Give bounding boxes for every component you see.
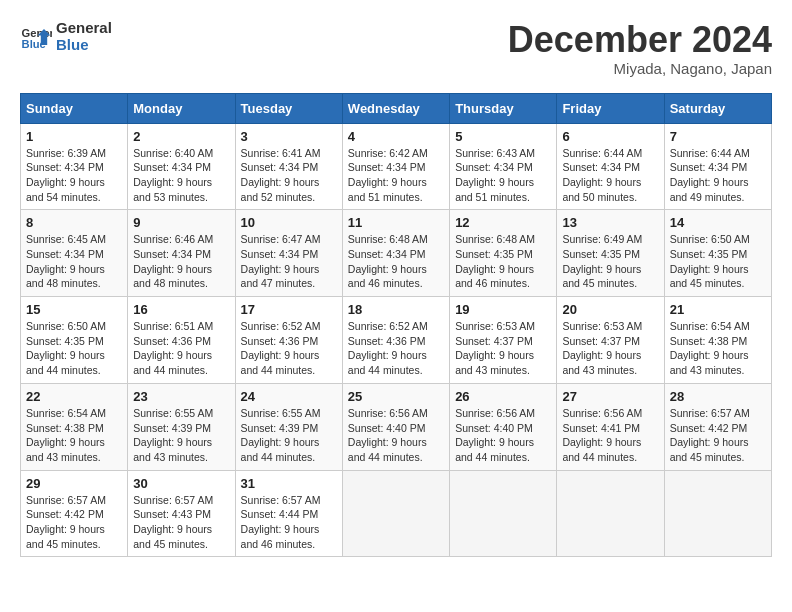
day-detail: Sunrise: 6:52 AMSunset: 4:36 PMDaylight:… bbox=[348, 319, 444, 378]
day-number: 17 bbox=[241, 302, 337, 317]
col-header-saturday: Saturday bbox=[664, 93, 771, 123]
calendar-week-3: 15Sunrise: 6:50 AMSunset: 4:35 PMDayligh… bbox=[21, 297, 772, 384]
page-header: General Blue General Blue December 2024 … bbox=[20, 20, 772, 77]
day-number: 19 bbox=[455, 302, 551, 317]
calendar-cell: 12Sunrise: 6:48 AMSunset: 4:35 PMDayligh… bbox=[450, 210, 557, 297]
day-number: 16 bbox=[133, 302, 229, 317]
calendar-cell: 24Sunrise: 6:55 AMSunset: 4:39 PMDayligh… bbox=[235, 383, 342, 470]
col-header-wednesday: Wednesday bbox=[342, 93, 449, 123]
calendar-cell bbox=[450, 470, 557, 557]
day-detail: Sunrise: 6:56 AMSunset: 4:41 PMDaylight:… bbox=[562, 406, 658, 465]
day-detail: Sunrise: 6:53 AMSunset: 4:37 PMDaylight:… bbox=[455, 319, 551, 378]
calendar-cell bbox=[664, 470, 771, 557]
day-number: 30 bbox=[133, 476, 229, 491]
calendar-cell: 17Sunrise: 6:52 AMSunset: 4:36 PMDayligh… bbox=[235, 297, 342, 384]
day-number: 6 bbox=[562, 129, 658, 144]
col-header-monday: Monday bbox=[128, 93, 235, 123]
calendar-cell: 10Sunrise: 6:47 AMSunset: 4:34 PMDayligh… bbox=[235, 210, 342, 297]
day-number: 24 bbox=[241, 389, 337, 404]
day-detail: Sunrise: 6:41 AMSunset: 4:34 PMDaylight:… bbox=[241, 146, 337, 205]
calendar-cell: 11Sunrise: 6:48 AMSunset: 4:34 PMDayligh… bbox=[342, 210, 449, 297]
calendar-cell: 19Sunrise: 6:53 AMSunset: 4:37 PMDayligh… bbox=[450, 297, 557, 384]
day-detail: Sunrise: 6:55 AMSunset: 4:39 PMDaylight:… bbox=[133, 406, 229, 465]
calendar-cell: 6Sunrise: 6:44 AMSunset: 4:34 PMDaylight… bbox=[557, 123, 664, 210]
calendar-cell: 20Sunrise: 6:53 AMSunset: 4:37 PMDayligh… bbox=[557, 297, 664, 384]
day-detail: Sunrise: 6:56 AMSunset: 4:40 PMDaylight:… bbox=[348, 406, 444, 465]
calendar-cell: 4Sunrise: 6:42 AMSunset: 4:34 PMDaylight… bbox=[342, 123, 449, 210]
logo-general: General bbox=[56, 20, 112, 37]
col-header-friday: Friday bbox=[557, 93, 664, 123]
calendar-cell: 29Sunrise: 6:57 AMSunset: 4:42 PMDayligh… bbox=[21, 470, 128, 557]
calendar-cell: 15Sunrise: 6:50 AMSunset: 4:35 PMDayligh… bbox=[21, 297, 128, 384]
calendar-cell: 26Sunrise: 6:56 AMSunset: 4:40 PMDayligh… bbox=[450, 383, 557, 470]
calendar-cell: 9Sunrise: 6:46 AMSunset: 4:34 PMDaylight… bbox=[128, 210, 235, 297]
col-header-sunday: Sunday bbox=[21, 93, 128, 123]
day-number: 3 bbox=[241, 129, 337, 144]
day-detail: Sunrise: 6:44 AMSunset: 4:34 PMDaylight:… bbox=[562, 146, 658, 205]
day-detail: Sunrise: 6:57 AMSunset: 4:42 PMDaylight:… bbox=[26, 493, 122, 552]
month-title: December 2024 bbox=[508, 20, 772, 60]
day-detail: Sunrise: 6:50 AMSunset: 4:35 PMDaylight:… bbox=[670, 232, 766, 291]
day-number: 31 bbox=[241, 476, 337, 491]
day-detail: Sunrise: 6:50 AMSunset: 4:35 PMDaylight:… bbox=[26, 319, 122, 378]
day-detail: Sunrise: 6:53 AMSunset: 4:37 PMDaylight:… bbox=[562, 319, 658, 378]
calendar-cell: 14Sunrise: 6:50 AMSunset: 4:35 PMDayligh… bbox=[664, 210, 771, 297]
day-detail: Sunrise: 6:54 AMSunset: 4:38 PMDaylight:… bbox=[26, 406, 122, 465]
calendar-cell: 28Sunrise: 6:57 AMSunset: 4:42 PMDayligh… bbox=[664, 383, 771, 470]
day-number: 22 bbox=[26, 389, 122, 404]
calendar-table: SundayMondayTuesdayWednesdayThursdayFrid… bbox=[20, 93, 772, 558]
day-number: 18 bbox=[348, 302, 444, 317]
day-detail: Sunrise: 6:57 AMSunset: 4:44 PMDaylight:… bbox=[241, 493, 337, 552]
col-header-thursday: Thursday bbox=[450, 93, 557, 123]
day-number: 11 bbox=[348, 215, 444, 230]
location-subtitle: Miyada, Nagano, Japan bbox=[508, 60, 772, 77]
col-header-tuesday: Tuesday bbox=[235, 93, 342, 123]
day-number: 20 bbox=[562, 302, 658, 317]
day-detail: Sunrise: 6:45 AMSunset: 4:34 PMDaylight:… bbox=[26, 232, 122, 291]
day-number: 28 bbox=[670, 389, 766, 404]
calendar-header-row: SundayMondayTuesdayWednesdayThursdayFrid… bbox=[21, 93, 772, 123]
calendar-cell: 5Sunrise: 6:43 AMSunset: 4:34 PMDaylight… bbox=[450, 123, 557, 210]
day-detail: Sunrise: 6:39 AMSunset: 4:34 PMDaylight:… bbox=[26, 146, 122, 205]
calendar-cell: 23Sunrise: 6:55 AMSunset: 4:39 PMDayligh… bbox=[128, 383, 235, 470]
day-number: 23 bbox=[133, 389, 229, 404]
calendar-cell: 2Sunrise: 6:40 AMSunset: 4:34 PMDaylight… bbox=[128, 123, 235, 210]
day-detail: Sunrise: 6:42 AMSunset: 4:34 PMDaylight:… bbox=[348, 146, 444, 205]
day-detail: Sunrise: 6:55 AMSunset: 4:39 PMDaylight:… bbox=[241, 406, 337, 465]
calendar-week-5: 29Sunrise: 6:57 AMSunset: 4:42 PMDayligh… bbox=[21, 470, 772, 557]
day-number: 21 bbox=[670, 302, 766, 317]
day-detail: Sunrise: 6:57 AMSunset: 4:42 PMDaylight:… bbox=[670, 406, 766, 465]
day-number: 12 bbox=[455, 215, 551, 230]
calendar-week-2: 8Sunrise: 6:45 AMSunset: 4:34 PMDaylight… bbox=[21, 210, 772, 297]
day-detail: Sunrise: 6:48 AMSunset: 4:35 PMDaylight:… bbox=[455, 232, 551, 291]
day-detail: Sunrise: 6:48 AMSunset: 4:34 PMDaylight:… bbox=[348, 232, 444, 291]
calendar-week-4: 22Sunrise: 6:54 AMSunset: 4:38 PMDayligh… bbox=[21, 383, 772, 470]
day-detail: Sunrise: 6:49 AMSunset: 4:35 PMDaylight:… bbox=[562, 232, 658, 291]
day-number: 5 bbox=[455, 129, 551, 144]
day-detail: Sunrise: 6:51 AMSunset: 4:36 PMDaylight:… bbox=[133, 319, 229, 378]
day-detail: Sunrise: 6:56 AMSunset: 4:40 PMDaylight:… bbox=[455, 406, 551, 465]
calendar-cell: 8Sunrise: 6:45 AMSunset: 4:34 PMDaylight… bbox=[21, 210, 128, 297]
calendar-cell: 21Sunrise: 6:54 AMSunset: 4:38 PMDayligh… bbox=[664, 297, 771, 384]
day-number: 1 bbox=[26, 129, 122, 144]
day-number: 4 bbox=[348, 129, 444, 144]
day-detail: Sunrise: 6:54 AMSunset: 4:38 PMDaylight:… bbox=[670, 319, 766, 378]
title-block: December 2024 Miyada, Nagano, Japan bbox=[508, 20, 772, 77]
day-number: 27 bbox=[562, 389, 658, 404]
day-number: 10 bbox=[241, 215, 337, 230]
calendar-cell: 22Sunrise: 6:54 AMSunset: 4:38 PMDayligh… bbox=[21, 383, 128, 470]
day-number: 15 bbox=[26, 302, 122, 317]
calendar-cell: 7Sunrise: 6:44 AMSunset: 4:34 PMDaylight… bbox=[664, 123, 771, 210]
day-number: 25 bbox=[348, 389, 444, 404]
calendar-week-1: 1Sunrise: 6:39 AMSunset: 4:34 PMDaylight… bbox=[21, 123, 772, 210]
day-number: 7 bbox=[670, 129, 766, 144]
logo: General Blue General Blue bbox=[20, 20, 112, 53]
logo-blue: Blue bbox=[56, 37, 112, 54]
day-detail: Sunrise: 6:57 AMSunset: 4:43 PMDaylight:… bbox=[133, 493, 229, 552]
calendar-cell: 25Sunrise: 6:56 AMSunset: 4:40 PMDayligh… bbox=[342, 383, 449, 470]
day-detail: Sunrise: 6:46 AMSunset: 4:34 PMDaylight:… bbox=[133, 232, 229, 291]
day-number: 14 bbox=[670, 215, 766, 230]
day-number: 8 bbox=[26, 215, 122, 230]
calendar-cell: 13Sunrise: 6:49 AMSunset: 4:35 PMDayligh… bbox=[557, 210, 664, 297]
calendar-cell: 18Sunrise: 6:52 AMSunset: 4:36 PMDayligh… bbox=[342, 297, 449, 384]
